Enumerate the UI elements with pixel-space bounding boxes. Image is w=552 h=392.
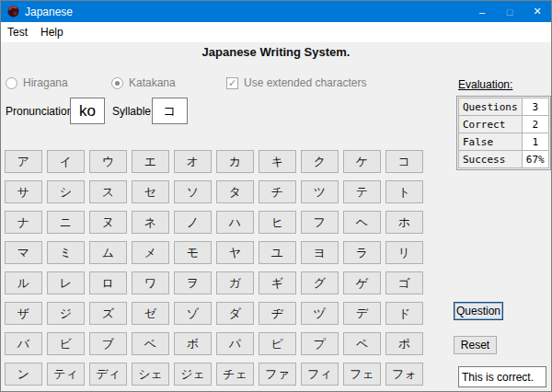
eval-false-value: 1 — [522, 133, 548, 151]
kana-button[interactable]: ケ — [343, 150, 381, 173]
kana-button[interactable]: レ — [47, 271, 85, 294]
kana-button[interactable]: サ — [5, 180, 42, 203]
kana-button[interactable]: モ — [174, 241, 212, 264]
kana-button[interactable]: コ — [385, 150, 423, 173]
kana-button[interactable]: ヨ — [301, 241, 339, 264]
kana-button[interactable]: エ — [132, 150, 169, 173]
kana-button[interactable]: ウ — [89, 150, 127, 173]
kana-button[interactable]: ゼ — [132, 302, 169, 325]
kana-button[interactable]: グ — [301, 271, 339, 294]
kana-button[interactable]: ド — [385, 302, 423, 325]
kana-button[interactable]: イ — [47, 150, 85, 173]
kana-button[interactable]: ズ — [89, 302, 127, 325]
kana-button[interactable]: バ — [5, 332, 42, 355]
kana-button[interactable]: シェ — [132, 363, 169, 386]
kana-button[interactable]: ザ — [5, 302, 42, 325]
menu-item-help[interactable]: Help — [34, 23, 70, 41]
radio-katakana[interactable]: Katakana — [111, 76, 176, 89]
kana-button[interactable]: ロ — [89, 271, 127, 294]
kana-button[interactable]: マ — [5, 241, 42, 264]
radio-hiragana[interactable]: Hiragana — [6, 76, 68, 89]
kana-button[interactable]: チ — [259, 180, 296, 203]
kana-button[interactable]: セ — [132, 180, 169, 203]
table-row: Success 67% — [459, 151, 549, 168]
kana-button[interactable]: プ — [301, 332, 339, 355]
kana-button[interactable]: フェ — [343, 363, 381, 386]
kana-button[interactable]: ラ — [343, 241, 381, 264]
kana-button[interactable]: ビ — [47, 332, 85, 355]
syllable-field[interactable]: コ — [152, 98, 188, 124]
kana-button[interactable]: ホ — [385, 211, 423, 234]
question-button[interactable]: Question — [454, 302, 503, 320]
kana-button[interactable]: シ — [47, 180, 85, 203]
kana-button[interactable]: ディ — [89, 363, 127, 386]
close-button[interactable]: ✕ — [523, 1, 551, 22]
kana-button[interactable]: ポ — [385, 332, 423, 355]
kana-button[interactable]: ヲ — [174, 271, 212, 294]
kana-button[interactable]: ガ — [216, 271, 254, 294]
kana-button[interactable]: キ — [259, 150, 296, 173]
kana-button[interactable]: ネ — [132, 211, 169, 234]
kana-button[interactable]: ファ — [259, 363, 296, 386]
kana-button[interactable]: ス — [89, 180, 127, 203]
kana-button[interactable]: ジ — [47, 302, 85, 325]
kana-button[interactable]: ハ — [216, 211, 254, 234]
kana-button[interactable]: オ — [174, 150, 212, 173]
kana-button[interactable]: パ — [216, 332, 254, 355]
kana-button[interactable]: ニ — [47, 211, 85, 234]
kana-button[interactable]: ジェ — [174, 363, 212, 386]
kana-button[interactable]: ヌ — [89, 211, 127, 234]
table-row: False 1 — [459, 133, 549, 151]
kana-button[interactable]: ダ — [216, 302, 254, 325]
checkbox-extended-characters[interactable]: ✓ Use extended characters — [226, 76, 366, 89]
eval-success-label: Success — [459, 151, 523, 168]
kana-button[interactable]: ア — [5, 150, 42, 173]
kana-button[interactable]: フィ — [301, 363, 339, 386]
kana-button[interactable]: ツ — [301, 180, 339, 203]
reset-button[interactable]: Reset — [454, 336, 497, 354]
menu-item-test[interactable]: Test — [1, 23, 34, 41]
kana-button[interactable]: ノ — [174, 211, 212, 234]
kana-button[interactable]: ゾ — [174, 302, 212, 325]
kana-button[interactable]: ゴ — [385, 271, 423, 294]
kana-button[interactable]: ナ — [5, 211, 42, 234]
kana-button[interactable]: ピ — [259, 332, 296, 355]
kana-button[interactable]: ム — [89, 241, 127, 264]
pronunciation-field[interactable]: ko — [70, 98, 105, 124]
kana-button[interactable]: タ — [216, 180, 254, 203]
kana-button[interactable]: ル — [5, 271, 42, 294]
kana-button[interactable]: ペ — [343, 332, 381, 355]
kana-button[interactable]: ヂ — [259, 302, 296, 325]
kana-button[interactable]: ボ — [174, 332, 212, 355]
kana-button[interactable]: ソ — [174, 180, 212, 203]
kana-button[interactable]: リ — [385, 241, 423, 264]
syllable-label: Syllable — [112, 105, 151, 118]
kana-button[interactable]: デ — [343, 302, 381, 325]
kana-button[interactable]: ト — [385, 180, 423, 203]
table-row: Questions 3 — [459, 98, 549, 116]
kana-button[interactable]: ヅ — [301, 302, 339, 325]
kana-button[interactable]: ン — [5, 363, 42, 386]
kana-button[interactable]: ク — [301, 150, 339, 173]
kana-button[interactable]: フォ — [385, 363, 423, 386]
checkbox-check-icon: ✓ — [226, 77, 238, 89]
kana-button[interactable]: ティ — [47, 363, 85, 386]
kana-button[interactable]: ゲ — [343, 271, 381, 294]
kana-button[interactable]: ベ — [132, 332, 169, 355]
kana-button[interactable]: チェ — [216, 363, 254, 386]
app-icon — [7, 6, 19, 17]
kana-button[interactable]: メ — [132, 241, 169, 264]
kana-button[interactable]: ワ — [132, 271, 169, 294]
kana-button[interactable]: ギ — [259, 271, 296, 294]
kana-button[interactable]: フ — [301, 211, 339, 234]
kana-button[interactable]: テ — [343, 180, 381, 203]
kana-button[interactable]: ヘ — [343, 211, 381, 234]
eval-questions-value: 3 — [522, 98, 548, 116]
kana-button[interactable]: ヒ — [259, 211, 296, 234]
minimize-button[interactable]: – — [468, 1, 496, 22]
kana-button[interactable]: ブ — [89, 332, 127, 355]
kana-button[interactable]: ミ — [47, 241, 85, 264]
kana-button[interactable]: ユ — [259, 241, 296, 264]
kana-button[interactable]: カ — [216, 150, 254, 173]
kana-button[interactable]: ヤ — [216, 241, 254, 264]
